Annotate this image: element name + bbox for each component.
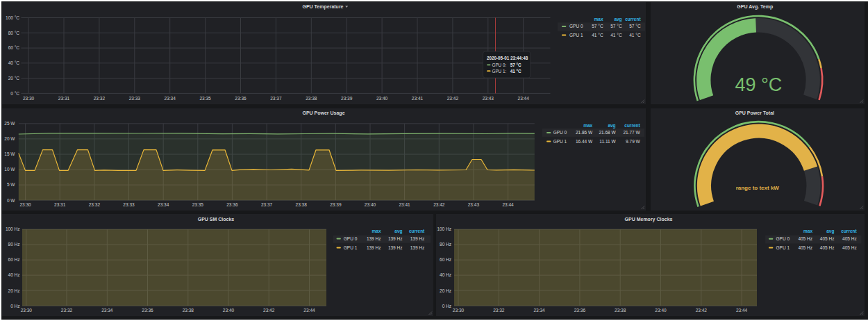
svg-text:23:32: 23:32 [89, 202, 101, 207]
svg-text:23:35: 23:35 [192, 202, 204, 207]
svg-text:10 W: 10 W [4, 167, 15, 172]
svg-text:139 Hz: 139 Hz [367, 236, 381, 241]
svg-text:23:33: 23:33 [129, 96, 141, 101]
svg-text:41 °C: 41 °C [592, 33, 603, 38]
svg-text:405 Hz: 405 Hz [798, 245, 812, 250]
svg-text:139 Hz: 139 Hz [367, 245, 381, 250]
svg-text:GPU 1: GPU 1 [344, 245, 358, 250]
svg-text:9.79 W: 9.79 W [626, 139, 640, 144]
svg-text:100 Hz: 100 Hz [6, 227, 20, 231]
svg-text:23:43: 23:43 [468, 202, 480, 207]
svg-text:57 °C: 57 °C [510, 63, 521, 67]
svg-text:80 Hz: 80 Hz [8, 242, 20, 247]
svg-text:0 °C: 0 °C [10, 91, 19, 96]
svg-text:16.44 W: 16.44 W [576, 139, 593, 144]
svg-text:23:44: 23:44 [736, 308, 748, 313]
svg-text:23:42: 23:42 [263, 308, 275, 313]
svg-text:405 Hz: 405 Hz [842, 236, 857, 241]
svg-text:23:40: 23:40 [223, 308, 235, 313]
svg-text:15 W: 15 W [4, 151, 15, 156]
svg-text:11.11 W: 11.11 W [599, 139, 616, 144]
svg-text:0 Hz: 0 Hz [10, 304, 19, 308]
svg-text:avg: avg [826, 229, 834, 234]
svg-text:23:39: 23:39 [330, 202, 342, 207]
svg-text:23:34: 23:34 [165, 96, 176, 101]
svg-text:41 °C: 41 °C [629, 33, 641, 38]
svg-text:GPU Temperature: GPU Temperature [303, 4, 344, 10]
svg-text:23:38: 23:38 [615, 308, 626, 313]
svg-text:23:30: 23:30 [21, 308, 33, 313]
svg-text:23:30: 23:30 [23, 96, 35, 101]
svg-text:GPU 0: GPU 0 [344, 236, 358, 241]
svg-text:23:36: 23:36 [142, 308, 153, 313]
svg-text:23:36: 23:36 [574, 308, 586, 313]
svg-text:GPU 1: GPU 1 [776, 245, 790, 250]
svg-text:23:31: 23:31 [54, 202, 66, 207]
svg-text:23:33: 23:33 [123, 202, 135, 207]
svg-text:139 Hz: 139 Hz [410, 236, 425, 241]
svg-text:current: current [841, 229, 857, 233]
svg-text:57 °C: 57 °C [592, 24, 603, 28]
svg-text:GPU Memory Clocks: GPU Memory Clocks [625, 217, 673, 222]
svg-text:avg: avg [394, 229, 402, 234]
svg-text:405 Hz: 405 Hz [798, 236, 812, 241]
svg-text:2020-05-01 23:44:48: 2020-05-01 23:44:48 [487, 56, 528, 60]
svg-text:23:36: 23:36 [226, 202, 238, 207]
svg-text:405 Hz: 405 Hz [820, 245, 835, 250]
svg-text:GPU Power Usage: GPU Power Usage [302, 110, 344, 116]
svg-text:139 Hz: 139 Hz [388, 245, 403, 250]
svg-text:405 Hz: 405 Hz [842, 245, 857, 250]
svg-text:23:30: 23:30 [453, 308, 465, 313]
svg-text:100 °C: 100 °C [6, 15, 19, 20]
svg-text:23:32: 23:32 [61, 308, 73, 313]
svg-text:GPU Power Total: GPU Power Total [735, 110, 774, 115]
svg-text:60 Hz: 60 Hz [8, 257, 20, 262]
svg-text:23:34: 23:34 [158, 202, 169, 207]
svg-text:23:40: 23:40 [376, 96, 388, 101]
svg-text:23:31: 23:31 [58, 96, 70, 101]
svg-text:max: max [594, 17, 603, 22]
svg-text:GPU 0: GPU 0 [553, 130, 567, 135]
svg-text:23:44: 23:44 [502, 202, 514, 207]
svg-text:23:40: 23:40 [365, 202, 376, 207]
svg-text:current: current [409, 229, 425, 233]
svg-text:GPU 1: GPU 1 [553, 139, 567, 144]
svg-text:23:30: 23:30 [19, 202, 31, 207]
svg-text:23:39: 23:39 [341, 96, 353, 101]
svg-text:23:35: 23:35 [199, 96, 211, 101]
svg-text:23:34: 23:34 [101, 308, 113, 313]
svg-text:60 Hz: 60 Hz [440, 257, 451, 262]
svg-text:GPU SM Clocks: GPU SM Clocks [198, 217, 235, 222]
svg-text:23:32: 23:32 [94, 96, 106, 101]
svg-text:23:37: 23:37 [270, 96, 282, 101]
svg-text:60 °C: 60 °C [8, 45, 20, 50]
svg-text:40 °C: 40 °C [8, 60, 20, 65]
svg-text:23:38: 23:38 [183, 308, 194, 313]
svg-text:0 Hz: 0 Hz [442, 304, 451, 308]
svg-text:20 W: 20 W [4, 136, 15, 141]
svg-text:139 Hz: 139 Hz [388, 236, 403, 241]
svg-text:25 W: 25 W [4, 121, 15, 126]
svg-text:max: max [803, 229, 812, 233]
svg-text:80 Hz: 80 Hz [440, 242, 451, 247]
svg-text:avg: avg [608, 123, 615, 129]
svg-text:41 °C: 41 °C [610, 33, 622, 38]
svg-text:23:44: 23:44 [303, 308, 315, 313]
svg-text:21.68 W: 21.68 W [599, 130, 616, 135]
svg-text:23:38: 23:38 [296, 202, 308, 207]
svg-text:23:40: 23:40 [655, 308, 667, 313]
svg-text:40 Hz: 40 Hz [8, 272, 20, 277]
svg-text:max: max [372, 229, 381, 233]
svg-text:max: max [583, 123, 592, 128]
svg-text:GPU Avg. Temp: GPU Avg. Temp [737, 4, 773, 10]
svg-text:139 Hz: 139 Hz [410, 245, 425, 250]
svg-text:40 Hz: 40 Hz [440, 272, 451, 277]
svg-text:21.86 W: 21.86 W [576, 130, 593, 135]
svg-text:20 Hz: 20 Hz [8, 288, 20, 293]
svg-text:80 °C: 80 °C [8, 31, 20, 35]
svg-text:GPU 0: GPU 0 [569, 24, 583, 28]
svg-text:23:42: 23:42 [447, 96, 459, 101]
svg-text:23:36: 23:36 [235, 96, 247, 101]
svg-text:23:34: 23:34 [533, 308, 545, 313]
svg-text:GPU 0: GPU 0 [776, 236, 790, 241]
